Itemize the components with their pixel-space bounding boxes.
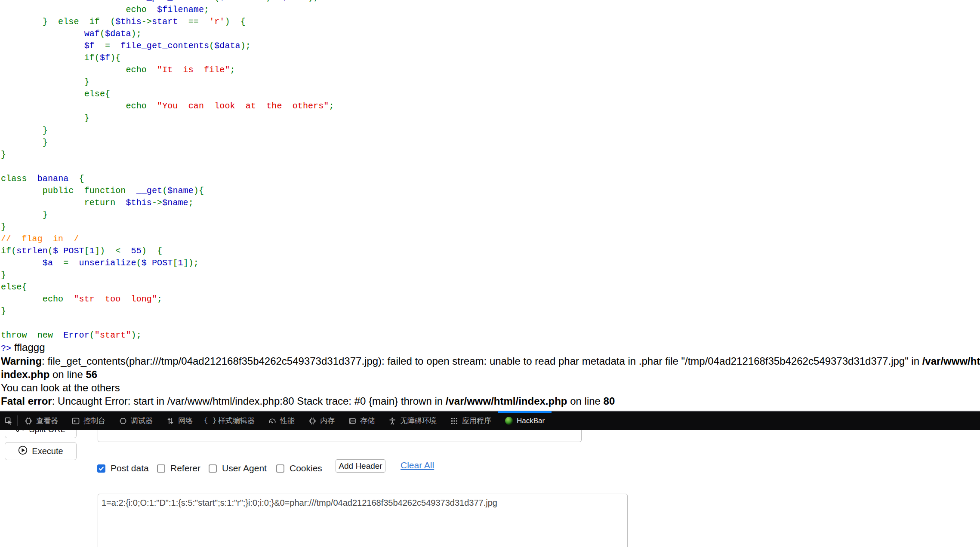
echo-output-line: You can look at the others [1,381,980,394]
code-token: $data [271,0,308,3]
code-token: [ [84,246,89,256]
tab-label: 内存 [320,416,335,426]
code-token: public function [1,186,136,196]
tab-memory[interactable]: 内存 [302,412,342,430]
tab-application[interactable]: 应用程序 [444,412,498,430]
code-line: } [1,305,334,317]
tab-network[interactable]: 网络 [160,412,200,430]
code-line: echo "It is file"; [1,64,334,76]
checkbox-unchecked-icon[interactable] [157,464,165,473]
code-line: echo $filename; [1,4,334,16]
output-text: on line [49,369,86,380]
code-token: start [152,17,178,27]
tab-label: HackBar [517,417,545,425]
code-line: class banana { [1,173,334,185]
code-token: banana [37,174,69,184]
code-line: // flag in / [1,233,334,245]
tab-console[interactable]: 控制台 [65,412,112,430]
code-line: else{ [1,88,334,100]
output-text: You can look at the others [1,382,120,393]
tab-label: 查看器 [36,416,58,426]
output-text: : file_get_contents(phar:///tmp/04ad2121… [42,355,922,367]
code-token: 55 [131,246,142,256]
checkbox-cookies[interactable]: Cookies [276,463,322,473]
code-token: fflaggg [11,341,45,353]
code-token: ( [48,246,53,256]
checkbox-checked-icon[interactable] [97,464,105,473]
code-token: $data [105,29,131,39]
clear-all-link[interactable]: Clear All [401,460,434,470]
performance-icon [268,417,276,425]
code-line: echo "str too long"; [1,293,334,305]
hackbar-panel: Split URL Execute Add Header Clear All P… [0,430,980,547]
code-token: if( [1,53,100,63]
code-line: } [1,76,334,88]
code-token: 'r' [209,17,225,27]
code-line: } [1,149,334,161]
code-line: if($f){ [1,52,334,64]
code-token: } [1,222,6,232]
code-token: 1 [89,246,95,256]
code-token: __get [136,186,163,196]
code-token: ?> [1,344,11,353]
code-token: $name [167,186,194,196]
output-text: 80 [604,395,615,407]
code-token: ); [131,29,142,39]
code-token: $_POST [53,246,84,256]
tab-label: 控制台 [83,416,105,426]
code-token: else{ [1,89,110,99]
code-token: = [95,41,121,51]
code-token: 1 [178,258,183,268]
code-token: file_put_contents [1,0,214,3]
tab-style-editor[interactable]: { }样式编辑器 [200,412,262,430]
execute-button[interactable]: Execute [5,442,77,460]
devtools-tab-row: 查看器控制台调试器网络{ }样式编辑器性能内存存储无障碍环境应用程序HackBa… [18,412,552,430]
code-token: ( [214,0,219,3]
code-token: } [1,138,48,148]
output-text: 56 [86,369,97,380]
code-token: ) { [225,17,245,27]
checkbox-unchecked-icon[interactable] [209,464,217,473]
code-token: $f [100,53,110,63]
debugger-icon [119,417,127,425]
tab-inspector[interactable]: 查看器 [18,412,65,430]
tab-debugger[interactable]: 调试器 [112,412,160,430]
output-text: /var/www/html/ [922,355,980,367]
checkbox-unchecked-icon[interactable] [276,464,284,473]
php-output: Warning: file_get_contents(phar:///tmp/0… [1,354,980,408]
code-line [1,317,334,329]
checkbox-label: Post data [111,463,149,473]
code-token: } [1,113,89,123]
accessibility-icon [388,417,396,425]
checkbox-user-agent[interactable]: User Agent [209,463,267,473]
code-token: $a [1,258,53,268]
code-token: $this [115,17,142,27]
tab-accessibility[interactable]: 无障碍环境 [382,412,444,430]
node-picker-icon[interactable] [0,412,17,430]
tab-hackbar[interactable]: HackBar [498,412,552,430]
code-line: $f = file_get_contents($data); [1,40,334,52]
code-line: file_put_contents($filename, $data); [1,0,334,4]
screen: file_put_contents($filename, $data); ech… [0,0,980,547]
resize-handle-icon[interactable] [573,433,580,440]
post-data-textarea[interactable]: 1=a:2:{i:0;O:1:"D":1:{s:5:"start";s:1:"r… [98,494,628,547]
checkbox-label: User Agent [222,463,267,473]
tab-performance[interactable]: 性能 [262,412,302,430]
code-token: strlen [16,246,48,256]
code-line: } [1,269,334,281]
add-header-button[interactable]: Add Header [336,459,385,473]
code-token: } else if ( [1,17,115,27]
checkbox-referer[interactable]: Referer [157,463,200,473]
code-token: throw new [1,330,63,340]
code-token: "str too long" [74,294,157,304]
php-source-code: file_put_contents($filename, $data); ech… [1,0,334,353]
tab-storage[interactable]: 存储 [342,412,382,430]
code-token: } [1,306,6,316]
code-line: if(strlen($_POST[1]) < 55) { [1,245,334,257]
code-line: waf($data); [1,28,334,40]
console-icon [72,417,80,425]
code-token: ( [100,29,105,39]
checkbox-post-data[interactable]: Post data [97,463,149,473]
tab-label: 存储 [360,416,375,426]
checkbox-label: Referer [170,463,200,473]
